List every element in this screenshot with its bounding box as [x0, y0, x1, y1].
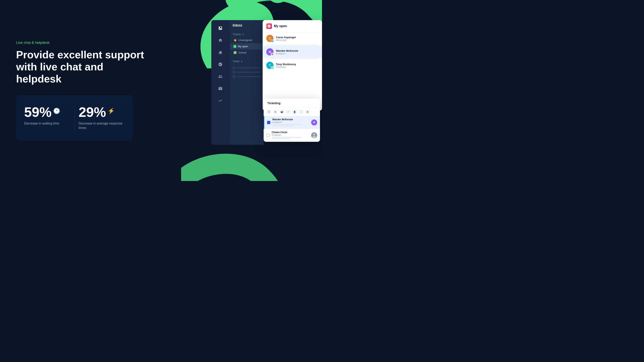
contact-info-caren: Caren Aspanger Messenger — [276, 36, 318, 41]
inbox-panel: Inbox Tickets ∧ 👋 Unassigned My open ✅ S… — [230, 20, 264, 145]
ticket-checkbox-wander[interactable]: ✓ — [267, 121, 270, 124]
toolbar-icon-video[interactable]: 📹 — [279, 109, 284, 114]
contact-tony[interactable]: T Tony Restimony Whatsapp — [263, 59, 322, 71]
ticket-info-wander: Wander McKenzie Instagram — [272, 118, 309, 127]
channel-badge-instagram — [271, 53, 274, 56]
toolbar-icon-user[interactable]: 👤 — [292, 109, 297, 114]
messenger-badge-icon — [272, 40, 273, 42]
toolbar-icon-export[interactable]: ⬚ — [299, 109, 304, 114]
contact-info-tony: Tony Restimony Whatsapp — [276, 63, 318, 68]
ticket-info-chieko: Chieko Chute Instagram — [272, 131, 309, 140]
ticket-row-wander[interactable]: ✓ Wander McKenzie Instagram W — [264, 116, 320, 129]
stat-number-1: 59% 🕐 — [24, 105, 70, 119]
contact-name-caren: Caren Aspanger — [276, 36, 318, 39]
toolbar-icon-check[interactable]: ✓ — [286, 109, 290, 114]
whatsapp-badge-icon — [272, 67, 273, 69]
ticketing-toolbar: ☰ ⊞ 📹 ✓ 👤 ⬚ 🗑 — [264, 108, 320, 116]
ticketing-title: Ticketing — [264, 98, 320, 108]
views-section-title[interactable]: Views ∧ — [230, 58, 264, 64]
myopen-logo — [266, 23, 272, 29]
avatar-tony: T — [266, 62, 274, 69]
view-line-3 — [237, 76, 260, 77]
contact-caren[interactable]: C Caren Aspanger Messenger — [263, 32, 322, 44]
ticket-checkbox-chieko[interactable] — [266, 134, 270, 137]
instagram-badge-icon — [271, 53, 273, 55]
stat-label-2: Decrease in average response times — [79, 121, 125, 130]
toolbar-icon-grid[interactable]: ⊞ — [273, 109, 278, 114]
contact-channel-tony: Whatsapp — [276, 66, 318, 68]
sidebar-inbox-icon[interactable] — [216, 24, 224, 32]
ticket-avatar-chieko — [311, 132, 317, 138]
contact-channel-wander: Instagram — [276, 52, 318, 55]
view-line-icon-3 — [233, 75, 236, 78]
stat-number-2: 29% ⚡ — [79, 105, 125, 119]
channel-badge-messenger — [271, 39, 274, 42]
ticket-line-1 — [272, 124, 302, 125]
divider-1 — [266, 45, 318, 45]
view-line-row-2 — [233, 71, 260, 74]
contacts-icon — [218, 74, 222, 79]
ticket-line-4 — [272, 138, 290, 139]
ticket-channel-chieko: Instagram — [272, 134, 309, 136]
svg-point-13 — [313, 134, 315, 136]
toolbar-icon-list[interactable]: ☰ — [266, 109, 271, 114]
ticket-row-chieko[interactable]: Chieko Chute Instagram — [264, 129, 320, 142]
svg-rect-8 — [272, 53, 273, 55]
stats-box: 59% 🕐 Decrease in waiting time 29% ⚡ Dec… — [16, 95, 133, 140]
myopen-panel: My open C Caren Aspanger Messenger W — [263, 20, 322, 111]
mail-icon — [218, 86, 222, 91]
ticket-lines-chieko — [272, 137, 309, 139]
sidebar-mail-icon[interactable] — [216, 84, 224, 92]
inbox-item-unassigned[interactable]: 👋 Unassigned — [230, 37, 263, 43]
view-line-row-1 — [233, 66, 260, 69]
myopen-panel-title: My open — [274, 24, 287, 28]
ticket-line-3 — [272, 137, 302, 138]
tickets-section-title[interactable]: Tickets ∧ — [230, 31, 264, 37]
analytics-icon — [218, 98, 222, 103]
view-line-icon-2 — [233, 71, 236, 74]
contact-name-tony: Tony Restimony — [276, 63, 318, 66]
channel-badge-whatsapp — [271, 66, 274, 69]
sidebar-contacts-icon[interactable] — [216, 72, 224, 80]
avatar-wander: W — [266, 48, 274, 55]
left-content: Live chat & helpdesk Provide excellent s… — [8, 0, 153, 181]
stat-waiting-time: 59% 🕐 Decrease in waiting time — [24, 105, 75, 130]
divider-2 — [266, 58, 318, 59]
myopen-logo-icon — [267, 24, 271, 28]
ticket-avatar-wander: W — [311, 119, 317, 125]
ticket-channel-wander: Instagram — [272, 121, 309, 123]
tag-line: Live chat & helpdesk — [16, 41, 145, 45]
inbox-item-myopen[interactable]: My open — [230, 43, 263, 49]
avatar-caren: C — [266, 35, 274, 42]
ticket-name-chieko: Chieko Chute — [272, 131, 309, 134]
stat-response-time: 29% ⚡ Decrease in average response times — [75, 105, 125, 130]
contact-wander[interactable]: W Wander McKenz — [263, 46, 322, 58]
chieko-avatar-image — [311, 132, 317, 138]
stat-icon-lightning: ⚡ — [108, 108, 115, 114]
sidebar-analytics-icon[interactable] — [216, 96, 224, 105]
views-lines — [230, 64, 264, 80]
inbox-icon — [218, 26, 222, 30]
inbox-title: Inbox — [230, 23, 264, 31]
sidebar-home-icon[interactable] — [216, 36, 224, 44]
headline: Provide excellent support with live chat… — [16, 49, 145, 85]
toolbar-icon-delete[interactable]: 🗑 — [305, 109, 310, 114]
contact-name-wander: Wander McKenzie — [276, 49, 318, 52]
view-line-2 — [237, 72, 260, 73]
sidebar-bot-icon[interactable] — [216, 48, 224, 56]
inbox-item-solved[interactable]: ✅ Solved — [230, 49, 263, 56]
stat-icon-clock: 🕐 — [53, 108, 60, 114]
ai-icon — [218, 62, 222, 66]
svg-point-11 — [273, 54, 273, 54]
ticket-name-wander: Wander McKenzie — [272, 118, 309, 121]
ticket-lines-wander — [272, 124, 309, 126]
sidebar-ai-icon[interactable] — [216, 60, 224, 68]
view-line-row-3 — [233, 75, 260, 78]
views-section: Views ∧ — [230, 58, 264, 80]
ticket-line-2 — [272, 125, 294, 126]
contact-channel-caren: Messenger — [276, 39, 318, 41]
home-icon — [218, 38, 222, 42]
sidebar — [211, 20, 230, 145]
bg-shape-bottom — [181, 141, 302, 181]
svg-point-14 — [312, 136, 316, 138]
